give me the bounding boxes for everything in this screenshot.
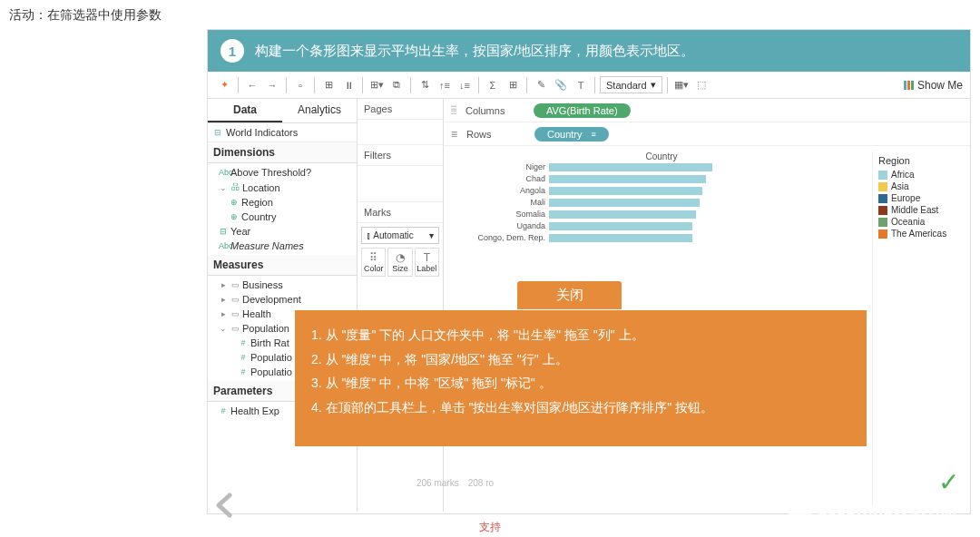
bar-row[interactable]: Chad — [451, 173, 872, 184]
sort-asc-icon[interactable]: ↑≡ — [436, 76, 454, 94]
legend-label: Middle East — [891, 205, 938, 215]
measures-header: Measures — [208, 255, 357, 276]
bar-label: Somalia — [451, 210, 549, 219]
confirm-check[interactable]: ✓ — [938, 467, 959, 497]
legend: Region AfricaAsiaEuropeMiddle EastOceani… — [872, 151, 963, 506]
bar-row[interactable]: Somalia — [451, 209, 872, 220]
sort-desc-icon[interactable]: ↓≡ — [456, 76, 474, 94]
highlight-icon[interactable]: ✎ — [532, 76, 550, 94]
legend-item[interactable]: The Americas — [878, 229, 957, 239]
overlay-line-3: 3. 从 "维度" 中，中将 "区域" 拖到 "标记" 。 — [311, 371, 850, 395]
chart-title: Country — [451, 151, 872, 161]
bar — [549, 234, 692, 242]
support-link[interactable]: 支持 — [479, 520, 501, 535]
undo-icon[interactable]: ← — [243, 76, 261, 94]
fit-dropdown[interactable]: Standard▾ — [600, 76, 662, 93]
legend-swatch — [878, 182, 887, 191]
legend-swatch — [878, 194, 887, 203]
filters-shelf[interactable] — [358, 166, 443, 202]
label-icon: T — [416, 251, 438, 264]
legend-item[interactable]: Oceania — [878, 217, 957, 227]
new-worksheet-icon[interactable]: ⊞▾ — [368, 76, 386, 94]
tab-analytics[interactable]: Analytics — [282, 99, 357, 122]
group-icon[interactable]: ⊞ — [504, 76, 522, 94]
legend-label: Africa — [891, 170, 915, 180]
folder-development[interactable]: ▸▭Development — [208, 292, 357, 307]
download-icon[interactable]: ⬚ — [692, 76, 710, 94]
rows-icon: ≡ — [451, 128, 457, 141]
pin-icon[interactable]: 📎 — [552, 76, 570, 94]
status-bar: 206 marks208 ro — [416, 478, 494, 488]
bar — [549, 210, 696, 219]
folder-icon: ▭ — [230, 295, 240, 304]
save-icon[interactable]: ▫ — [291, 76, 309, 94]
new-datasource-icon[interactable]: ⊞ — [319, 76, 338, 94]
bar-label: Angola — [451, 186, 549, 195]
bar-row[interactable]: Angola — [451, 185, 872, 196]
instruction-text: 构建一个条形图来显示平均出生率，按国家/地区排序，用颜色表示地区。 — [255, 43, 694, 60]
bar-row[interactable]: Uganda — [451, 220, 872, 231]
number-icon: # — [239, 338, 248, 347]
logo-icon: ✦ — [215, 76, 233, 94]
marks-label[interactable]: TLabel — [415, 248, 439, 277]
instruction-bar: 1 构建一个条形图来显示平均出生率，按国家/地区排序，用颜色表示地区。 — [208, 30, 970, 72]
globe-icon: ⊕ — [230, 198, 239, 207]
legend-swatch — [878, 229, 887, 239]
legend-label: Europe — [891, 193, 920, 203]
page-title: 活动：在筛选器中使用参数 — [0, 0, 980, 31]
marks-title: Marks — [358, 202, 443, 223]
legend-item[interactable]: Africa — [878, 170, 957, 180]
globe-icon: ⊕ — [230, 212, 239, 221]
bar-row[interactable]: Mali — [451, 197, 872, 208]
duplicate-icon[interactable]: ⧉ — [387, 76, 406, 94]
marks-type-dropdown[interactable]: ⫿ Automatic▾ — [361, 227, 439, 244]
redo-icon[interactable]: → — [263, 76, 281, 94]
legend-item[interactable]: Middle East — [878, 205, 957, 215]
field-country[interactable]: ⊕Country — [208, 210, 357, 224]
abc-icon: Abc — [219, 168, 228, 177]
color-icon: ⠿ — [362, 251, 385, 264]
field-above-threshold[interactable]: AbcAbove Threshold? — [208, 165, 357, 180]
marks-color[interactable]: ⠿Color — [361, 248, 386, 277]
folder-icon: ▭ — [230, 309, 240, 318]
field-region[interactable]: ⊕Region — [208, 195, 357, 210]
marks-size[interactable]: ◔Size — [387, 248, 412, 277]
pause-icon[interactable]: ⏸ — [339, 76, 358, 94]
rows-pill[interactable]: Country≡ — [534, 127, 609, 142]
calendar-icon: ⊟ — [219, 227, 228, 236]
totals-icon[interactable]: Σ — [484, 76, 502, 94]
field-measure-names[interactable]: AbcMeasure Names — [208, 239, 357, 253]
instruction-overlay: 1. 从 "度量" 下的 人口文件夹中，将 "出生率" 拖至 "列" 上。 2.… — [295, 310, 867, 446]
show-me-button[interactable]: Show Me — [904, 79, 963, 92]
bar-label: Chad — [451, 174, 549, 183]
overlay-close-tab[interactable]: 关闭 — [517, 281, 622, 309]
prev-arrow[interactable] — [207, 487, 243, 523]
legend-item[interactable]: Asia — [878, 181, 957, 191]
field-location[interactable]: ⌄品Location — [208, 180, 357, 195]
legend-swatch — [878, 206, 887, 215]
bar-row[interactable]: Niger — [451, 161, 872, 172]
legend-item[interactable]: Europe — [878, 193, 957, 203]
overlay-line-2: 2. 从 "维度" 中，将 "国家/地区" 拖至 "行" 上。 — [311, 347, 850, 372]
legend-title: Region — [878, 155, 957, 166]
label-icon[interactable]: T — [572, 76, 590, 94]
columns-pill[interactable]: AVG(Birth Rate) — [534, 103, 631, 118]
caret-down-icon: ⌄ — [219, 183, 228, 192]
folder-business[interactable]: ▸▭Business — [208, 278, 357, 292]
presentation-icon[interactable]: ▦▾ — [672, 76, 691, 94]
legend-label: Asia — [891, 181, 908, 191]
bar-row[interactable]: Congo, Dem. Rep. — [451, 232, 872, 243]
show-me-icon — [904, 81, 914, 90]
hierarchy-icon: 品 — [230, 181, 240, 193]
number-icon: # — [239, 353, 248, 362]
swap-icon[interactable]: ⇅ — [416, 76, 434, 94]
pages-shelf[interactable] — [358, 120, 443, 145]
sort-icon: ≡ — [592, 130, 596, 139]
tab-data[interactable]: Data — [208, 99, 282, 122]
legend-label: Oceania — [891, 217, 925, 227]
columns-label: Columns — [466, 105, 524, 116]
overlay-line-4: 4. 在顶部的工具栏上，单击 "按出生率对国家/地区进行降序排序" 按钮。 — [311, 395, 850, 420]
bar-label: Mali — [451, 198, 549, 207]
field-year[interactable]: ⊟Year — [208, 224, 357, 239]
datasource-row[interactable]: ⊟ World Indicators — [208, 123, 357, 142]
